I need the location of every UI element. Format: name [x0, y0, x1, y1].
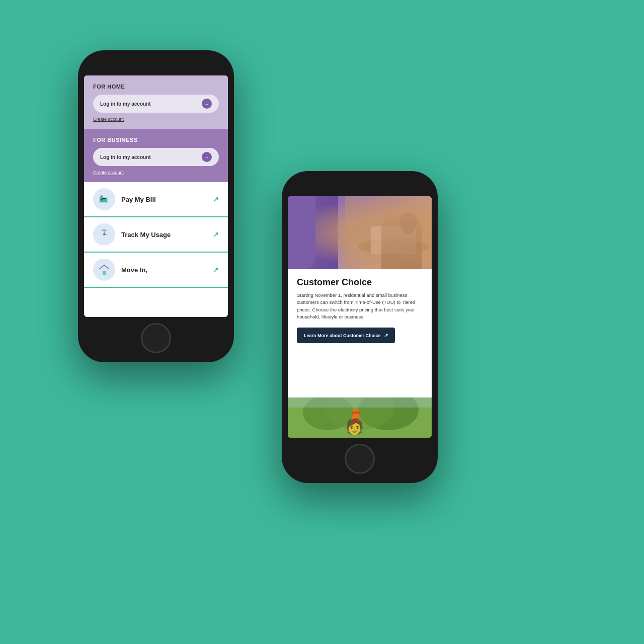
for-home-create-link[interactable]: Create account	[93, 117, 219, 122]
for-home-title: FOR HOME	[93, 84, 219, 90]
left-screen-content: FOR HOME Log in to my account → Create a…	[84, 75, 228, 317]
cta-arrow-icon: ↗	[384, 333, 388, 338]
svg-point-2	[100, 195, 103, 198]
svg-rect-15	[288, 397, 432, 408]
for-home-section: FOR HOME Log in to my account → Create a…	[84, 75, 228, 129]
for-home-login-button[interactable]: Log in to my account →	[93, 95, 219, 113]
cta-button[interactable]: Learn More about Customer Choice ↗	[297, 328, 395, 343]
phone-right-screen: Customer Choice Starting November 1, res…	[288, 196, 432, 438]
pay-my-bill-label: Pay My Bill	[121, 196, 213, 203]
phone-right-notch	[335, 178, 385, 186]
move-in-arrow-icon: ↗	[213, 266, 219, 274]
for-business-section: FOR BUSINESS Log in to my account → Crea…	[84, 129, 228, 182]
right-screen-content: Customer Choice Starting November 1, res…	[288, 196, 432, 438]
move-in-item[interactable]: Move In, ↗	[84, 253, 228, 288]
card-body: Starting November 1, residential and sma…	[297, 292, 423, 320]
pay-my-bill-item[interactable]: Pay My Bill ↗	[84, 182, 228, 217]
card-title: Customer Choice	[297, 277, 423, 288]
svg-point-4	[103, 233, 105, 235]
phone-right-home-button[interactable]	[345, 444, 375, 474]
svg-rect-7	[345, 196, 432, 269]
for-home-login-arrow-icon: →	[202, 99, 212, 109]
svg-rect-9	[371, 226, 416, 254]
track-my-usage-label: Track My Usage	[121, 231, 213, 238]
move-in-label: Move In,	[121, 266, 213, 274]
for-business-login-button[interactable]: Log in to my account →	[93, 148, 219, 166]
phone-left-home-button[interactable]	[141, 323, 171, 353]
svg-rect-18	[351, 412, 360, 414]
bottom-promo-image	[288, 397, 432, 438]
phone-right: Customer Choice Starting November 1, res…	[282, 171, 438, 483]
phone-left-notch	[131, 57, 181, 65]
phone-left-screen: FOR HOME Log in to my account → Create a…	[84, 75, 228, 317]
promo-hero-image	[288, 196, 432, 269]
for-business-create-link[interactable]: Create account	[93, 170, 219, 175]
pay-bill-icon	[93, 188, 115, 210]
svg-point-10	[399, 208, 418, 230]
scene: FOR HOME Log in to my account → Create a…	[0, 0, 644, 644]
for-business-login-arrow-icon: →	[202, 152, 212, 162]
content-card: Customer Choice Starting November 1, res…	[288, 269, 432, 397]
pay-my-bill-arrow-icon: ↗	[213, 195, 219, 203]
move-in-icon	[93, 259, 115, 281]
track-my-usage-item[interactable]: Track My Usage ↗	[84, 217, 228, 253]
phone-left: FOR HOME Log in to my account → Create a…	[78, 50, 234, 362]
svg-point-8	[358, 239, 429, 254]
svg-rect-6	[103, 271, 106, 275]
for-business-title: FOR BUSINESS	[93, 137, 219, 143]
svg-rect-16	[352, 415, 359, 425]
track-my-usage-arrow-icon: ↗	[213, 230, 219, 238]
cta-label: Learn More about Customer Choice	[304, 333, 381, 338]
purple-tab	[288, 196, 315, 269]
track-usage-icon	[93, 223, 115, 246]
